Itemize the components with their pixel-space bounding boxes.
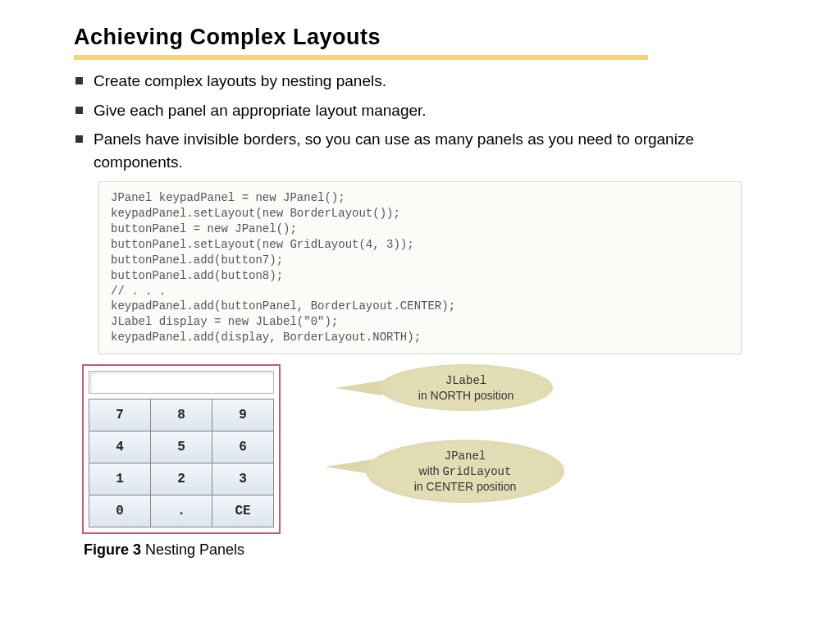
keypad-button[interactable]: 8 (151, 399, 212, 431)
callout-code: JPanel (445, 450, 486, 463)
bullet-item: Panels have invisible borders, so you ca… (74, 128, 766, 173)
keypad-panel: 7 8 9 4 5 6 1 2 3 0 . CE (82, 364, 281, 534)
keypad-button[interactable]: 6 (212, 431, 274, 463)
figure-row: 7 8 9 4 5 6 1 2 3 0 . CE (82, 364, 766, 538)
keypad-grid: 7 8 9 4 5 6 1 2 3 0 . CE (89, 399, 274, 527)
keypad-button[interactable]: 2 (151, 463, 212, 495)
keypad-figure: 7 8 9 4 5 6 1 2 3 0 . CE (82, 364, 281, 538)
callout-code: GridLayout (442, 465, 511, 478)
bullet-list: Create complex layouts by nesting panels… (74, 70, 766, 173)
callout-pointer (335, 381, 382, 395)
keypad-display (89, 371, 274, 394)
callout-text: with (419, 464, 443, 477)
callout-code: JLabel (445, 374, 486, 387)
figure-label: Figure 3 (84, 541, 141, 558)
bullet-item: Create complex layouts by nesting panels… (74, 70, 766, 93)
figure-caption: Figure 3 Nesting Panels (84, 541, 766, 559)
callout-text: in NORTH position (418, 389, 514, 402)
title-underline (74, 55, 648, 60)
keypad-button[interactable]: 5 (151, 431, 212, 463)
callout-text: in CENTER position (414, 480, 517, 493)
callout-center: JPanel with GridLayout in CENTER positio… (366, 440, 564, 503)
keypad-button[interactable]: CE (212, 495, 274, 527)
keypad-button[interactable]: 0 (89, 495, 151, 527)
slide-title: Achieving Complex Layouts (74, 25, 766, 50)
keypad-button[interactable]: 7 (89, 399, 151, 431)
keypad-button[interactable]: . (151, 495, 212, 527)
keypad-button[interactable]: 3 (212, 463, 274, 495)
keypad-button[interactable]: 4 (89, 431, 151, 463)
figure-caption-text: Nesting Panels (141, 541, 244, 558)
keypad-button[interactable]: 1 (89, 463, 151, 495)
code-listing: JPanel keypadPanel = new JPanel(); keypa… (98, 181, 742, 354)
bullet-item: Give each panel an appropriate layout ma… (74, 99, 766, 122)
keypad-button[interactable]: 9 (212, 399, 274, 431)
callout-north: JLabel in NORTH position (379, 364, 553, 411)
